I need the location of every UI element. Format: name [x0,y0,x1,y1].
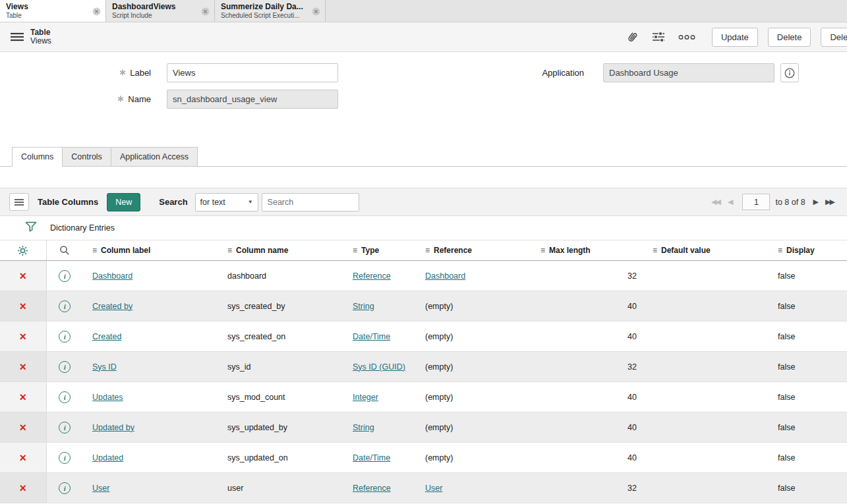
tab-controls[interactable]: Controls [62,147,111,167]
info-icon[interactable]: i [59,361,71,373]
column-label-link[interactable]: User [92,484,109,493]
search-type-select[interactable]: for text ▼ [195,193,258,211]
default-value-cell [643,322,769,352]
column-label-link[interactable]: Updated by [92,423,134,432]
column-header-type[interactable]: ≡Type [343,240,416,261]
type-link[interactable]: Integer [353,393,378,402]
application-info-button[interactable] [780,63,799,82]
search-type-value: for text [200,198,225,207]
type-link[interactable]: Sys ID (GUID) [353,362,405,372]
column-label-link[interactable]: Updated [92,453,123,462]
table-row: × i Dashboard dashboard Reference Dashbo… [0,261,847,291]
column-menu-icon[interactable]: ≡ [653,246,657,255]
breadcrumb-row: Dictionary Entries [0,216,847,240]
table-row: × i Updates sys_mod_count Integer (empty… [0,382,847,412]
window-tab-subtitle: Table [6,12,88,20]
reference-cell[interactable]: Dashboard [425,271,465,281]
default-value-cell [643,412,769,443]
info-icon[interactable]: i [59,270,71,282]
window-tab-views[interactable]: Views Table [0,0,106,22]
search-columns-icon[interactable] [59,245,70,254]
info-icon[interactable]: i [59,391,71,403]
column-menu-icon[interactable]: ≡ [353,246,357,255]
column-label-link[interactable]: Sys ID [92,362,117,372]
column-label-link[interactable]: Updates [92,393,123,402]
context-menu-icon[interactable] [11,32,24,42]
column-label-link[interactable]: Dashboard [92,271,132,281]
tab-columns[interactable]: Columns [12,147,63,167]
table-columns-list: Table Columns New Search for text ▼ ◀◀ ◀… [0,188,847,503]
delete-row-icon[interactable]: × [19,421,26,434]
column-menu-icon[interactable]: ≡ [540,246,545,255]
form-toolbar: Table Views Update Delete Delete [0,22,847,52]
column-menu-icon[interactable]: ≡ [92,246,97,255]
max-length-cell: 40 [531,382,643,412]
column-menu-icon[interactable]: ≡ [227,246,232,255]
column-header-max-length[interactable]: ≡Max length [531,240,643,261]
search-label: Search [159,197,187,207]
gear-icon[interactable] [17,245,28,254]
breadcrumb[interactable]: Dictionary Entries [50,223,115,233]
list-menu-icon[interactable] [9,193,29,211]
column-label-link[interactable]: Created by [92,302,132,311]
column-header-default-value[interactable]: ≡Default value [643,240,769,261]
personalize-form-icon[interactable] [652,31,665,43]
delete-row-icon[interactable]: × [19,482,26,495]
close-tab-icon[interactable] [312,7,320,15]
tab-application-access[interactable]: Application Access [111,147,198,167]
last-page-icon[interactable]: ▶▶ [825,198,834,206]
table-row: × i Updated by sys_updated_by String (em… [0,412,847,443]
search-input[interactable] [262,193,359,211]
mandatory-icon [119,63,126,82]
delete-row-icon[interactable]: × [19,451,26,464]
record-title: Table Views [30,28,51,45]
close-tab-icon[interactable] [92,7,101,15]
attachment-icon[interactable] [626,30,639,43]
next-page-icon[interactable]: ▶ [813,198,817,206]
type-link[interactable]: Reference [353,484,391,493]
filter-icon[interactable] [25,221,37,235]
delete-row-icon[interactable]: × [19,300,26,313]
type-link[interactable]: Reference [353,271,391,281]
info-icon[interactable]: i [59,300,71,312]
window-tab-dashboardviews[interactable]: DashboardViews Script Include [106,0,215,22]
type-link[interactable]: String [353,302,374,311]
column-header-name[interactable]: ≡Column name [218,240,343,261]
column-label-link[interactable]: Created [92,332,121,341]
previous-page-icon[interactable]: ◀ [728,198,732,206]
label-input[interactable] [167,63,338,82]
info-icon[interactable]: i [59,422,71,434]
reference-cell[interactable]: User [425,484,442,493]
first-page-icon[interactable]: ◀◀ [711,198,720,206]
delete-button[interactable]: Delete [768,28,811,47]
row-range-label: to 8 of 8 [775,198,805,207]
table-header-row: ≡Column label ≡Column name ≡Type ≡Refere… [0,240,847,261]
column-header-reference[interactable]: ≡Reference [416,240,531,261]
update-button[interactable]: Update [712,28,758,47]
new-button[interactable]: New [107,193,140,211]
close-tab-icon[interactable] [201,7,210,15]
column-header-label[interactable]: ≡Column label [83,240,218,261]
type-link[interactable]: Date/Time [353,332,390,341]
delete-row-icon[interactable]: × [19,330,26,343]
more-options-icon[interactable] [678,34,695,40]
table-row: × i User user Reference User 32 false [0,473,847,503]
info-icon[interactable]: i [59,331,71,343]
info-icon[interactable]: i [59,482,71,494]
delete-row-icon[interactable]: × [19,269,26,283]
column-menu-icon[interactable]: ≡ [425,246,430,255]
type-link[interactable]: Date/Time [353,453,390,462]
delete-row-icon[interactable]: × [19,360,26,374]
page-number-input[interactable] [742,194,770,210]
info-icon[interactable]: i [59,452,71,464]
chevron-down-icon: ▼ [248,199,253,205]
display-cell: false [769,382,847,412]
delete-row-icon[interactable]: × [19,391,26,404]
table-row: × i Updated sys_updated_on Date/Time (em… [0,443,847,473]
window-tab-summarize-daily[interactable]: Summerize Daily Da... Scheduled Script E… [215,0,326,22]
name-input [167,90,338,109]
delete-button-secondary[interactable]: Delete [821,28,847,47]
type-link[interactable]: String [353,423,374,432]
column-header-display[interactable]: ≡Display [769,240,847,261]
column-menu-icon[interactable]: ≡ [778,246,782,255]
